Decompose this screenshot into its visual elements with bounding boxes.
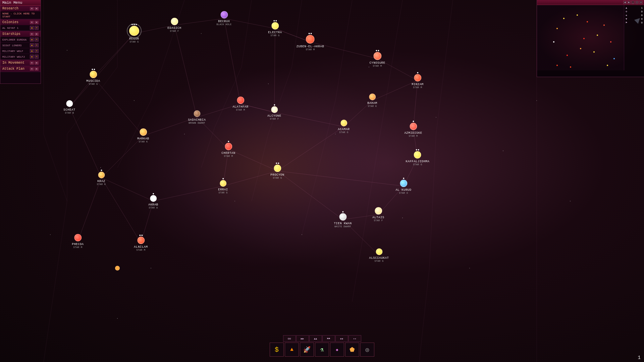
ship-scout-loners[interactable]: SCOUT LONERS ▲ » <box>0 43 41 48</box>
star-node-kaffaljidhma[interactable]: KAFFALJIDHMASTAR G <box>406 149 430 166</box>
star-name-akrab: AKRAB <box>148 203 158 206</box>
star-dot <box>153 193 154 194</box>
star-node-electra[interactable]: ELECTRASTAR G <box>268 20 282 37</box>
ship-military-wolf[interactable]: MILITARY WOLF ▲ » <box>0 48 41 54</box>
star-node-alathfar[interactable]: ALATHFARSTAR M <box>232 97 248 111</box>
tab-resources[interactable]: ⚙⚙ <box>283 335 296 342</box>
star-node-unnamed-28[interactable] <box>115 266 120 270</box>
star-type-kraz: STAR K <box>97 183 106 186</box>
star-name-kaffaljidhma: KAFFALJIDHMA <box>406 160 430 163</box>
tab-military[interactable]: ▲▲ <box>309 335 322 342</box>
bottom-icon-colony[interactable]: ⬟ <box>345 343 359 357</box>
star-node-errai[interactable]: ERRAISTAR G <box>218 178 228 194</box>
minimap-ctrl-close[interactable]: ✕ <box>639 1 643 4</box>
star-dots-errai <box>222 178 224 179</box>
star-node-alcyone[interactable]: ALCYONESTAR F <box>267 104 281 120</box>
star-circle-azmidiske <box>410 123 417 130</box>
star-node-kraz[interactable]: KRAZSTAR K <box>97 170 106 186</box>
minimap-ctrl-right[interactable]: ▶ <box>627 1 631 4</box>
minimap-dot-7 <box>583 38 585 39</box>
stat-label-5: ⚑ <box>626 21 627 24</box>
minimap-ctrl-max[interactable]: □ <box>635 1 639 4</box>
star-dot <box>141 235 143 236</box>
bottom-icon-credits[interactable]: $ <box>270 343 284 357</box>
tab-fleet[interactable]: ▶▶ <box>296 335 309 342</box>
star-node-mirzam[interactable]: MIRZAMSTAR M <box>412 72 423 89</box>
bottom-tabs: ⚙⚙ ▶▶ ▲▲ ⚑⚑ ◈◈ ✦✦ <box>283 335 361 342</box>
bottom-icon-misc[interactable]: ◎ <box>360 343 374 357</box>
star-node-becrux[interactable]: BECRUXBLACK HOLE <box>216 11 231 26</box>
stat-label-3: ◈ <box>626 14 627 17</box>
tab-trade[interactable]: ✦✦ <box>348 335 361 342</box>
research-more[interactable]: » <box>35 7 39 10</box>
star-dots-procyon <box>276 163 279 164</box>
star-dots-electra <box>273 20 277 21</box>
ship-military-wolf2[interactable]: MILITARY WOLF2 ▲ » <box>0 54 41 60</box>
bottom-icon-diplomacy[interactable]: ✦ <box>330 343 344 357</box>
research-label: Research <box>2 7 18 10</box>
research-header[interactable]: Research + » <box>0 6 41 11</box>
star-node-tien_kwan[interactable]: TIEN KWANWHITE DWARF <box>334 211 352 228</box>
star-node-zuben[interactable]: ZUBEN-EL-AKRABSTAR M <box>297 33 324 51</box>
star-dots-cynosure <box>376 50 379 51</box>
attack-plan-label: Attack Plan <box>2 67 24 71</box>
starships-expand[interactable]: + <box>30 33 34 36</box>
star-circle-wrap-alsciaukat <box>376 248 382 255</box>
tab-science[interactable]: ◈◈ <box>335 335 348 342</box>
star-circle-scheat <box>66 100 73 107</box>
starships-header[interactable]: Starships + » <box>0 31 41 37</box>
in-movement-more[interactable]: » <box>35 61 39 65</box>
star-circle-wrap-phecda <box>74 234 82 241</box>
stat-val-1: 1 <box>641 6 643 9</box>
star-dots-chertan <box>228 141 229 142</box>
bottom-icon-ships[interactable]: 🚀 <box>300 343 314 357</box>
colony-icon: ⬟ <box>350 346 355 353</box>
star-node-alsciaukat[interactable]: ALSCIAUKATSTAR G <box>369 248 389 262</box>
bottom-icon-industry[interactable]: ▲ <box>285 343 299 357</box>
starships-more[interactable]: » <box>35 33 39 36</box>
svg-line-34 <box>101 178 141 243</box>
star-node-phecda[interactable]: PHECDASTAR M <box>72 234 84 249</box>
star-node-procyon[interactable]: PROCYONSTAR G <box>270 163 284 179</box>
ship-icons-1: ▲ » <box>30 38 39 42</box>
research-value[interactable]: NONE - CLICK HERE TO START <box>0 11 41 19</box>
star-node-baham[interactable]: BAHAMSTAR K <box>367 94 377 108</box>
industry-icon: ▲ <box>290 347 293 353</box>
star-node-alnilam[interactable]: ALNILAMSTAR M <box>134 235 148 251</box>
attack-plan-expand[interactable]: + <box>30 67 34 71</box>
star-node-scheat[interactable]: SCHEATSTAR B <box>63 100 75 114</box>
star-node-acamar[interactable]: ACAMARSTAR G <box>338 120 350 134</box>
star-node-regor[interactable]: REGORSTAR G <box>129 24 139 43</box>
research-expand[interactable]: + <box>30 7 34 10</box>
star-circle-edasich <box>171 18 178 25</box>
colonies-more[interactable]: » <box>35 21 39 24</box>
colony-al-niyat[interactable]: AL NIYAT 1 ▲ » <box>0 25 41 31</box>
star-node-cynosure[interactable]: CYNOSURESTAR M <box>369 50 385 67</box>
attack-plan-more[interactable]: » <box>35 67 39 71</box>
in-movement-expand[interactable]: + <box>30 61 34 65</box>
star-node-muscida[interactable]: MUSCIDASTAR G <box>86 69 100 85</box>
star-node-akrab[interactable]: AKRABSTAR A <box>148 193 158 209</box>
star-node-altais[interactable]: ALTAISSTAR F <box>372 207 384 222</box>
star-circle-wrap-alnilam <box>137 237 145 244</box>
in-movement-header[interactable]: In Movement + » <box>0 60 41 66</box>
star-node-al_kurud[interactable]: AL KURUDSTAR O <box>395 178 411 194</box>
star-node-edasich[interactable]: EDASICHSTAR F <box>167 18 181 33</box>
ship-explorer-eureka[interactable]: EXPLORER EUREKA ▲ » <box>0 37 41 43</box>
minimap-ctrl-min[interactable]: _ <box>631 1 635 4</box>
main-menu-header[interactable]: Main Menu <box>0 0 41 6</box>
attack-plan-header[interactable]: Attack Plan + » <box>0 66 41 72</box>
star-node-chertan[interactable]: CHERTANSTAR M <box>221 141 235 158</box>
star-node-sadachbia[interactable]: SADACHBIABROWN DWARF <box>188 110 206 124</box>
colonies-header[interactable]: Colonies + » <box>0 19 41 25</box>
minimap-content[interactable]: ▲ ▲1 ⊕0 ◈0 ▼0 ⚑0 <box>537 5 644 70</box>
star-circle-wrap-akrab <box>150 195 157 202</box>
bottom-icon-science[interactable]: ⚗ <box>315 343 329 357</box>
minimap-ctrl-left[interactable]: ◀ <box>623 1 627 4</box>
star-node-markab[interactable]: MARKABSTAR K <box>137 128 149 143</box>
tab-diplomacy[interactable]: ⚑⚑ <box>322 335 335 342</box>
colonies-expand[interactable]: + <box>30 21 34 24</box>
svg-line-59 <box>386 0 402 101</box>
star-node-azmidiske[interactable]: AZMIDISKESTAR M <box>404 121 422 137</box>
star-dots-al_kurud <box>403 178 404 179</box>
